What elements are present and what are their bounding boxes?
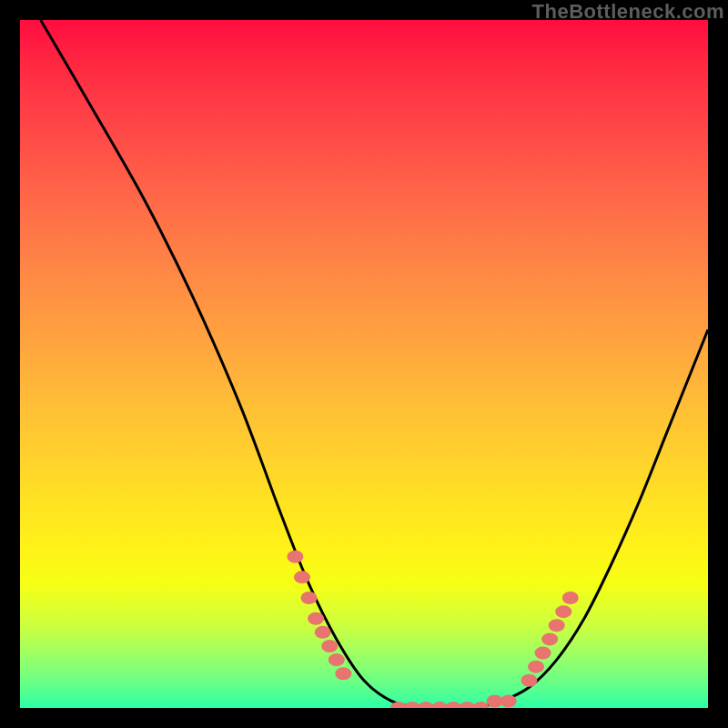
marker-dot [535,647,551,660]
plot-area [20,20,708,708]
chart-container: TheBottleneck.com [0,0,728,728]
marker-dot [294,571,310,583]
marker-dot [541,632,558,645]
watermark-text: TheBottleneck.com [532,0,724,24]
marker-dot [473,702,490,708]
marker-dot [301,592,318,604]
marker-dot [335,667,351,680]
bottleneck-curve [41,20,708,708]
marker-dot [549,619,565,632]
marker-dot [308,612,324,625]
marker-dot [555,605,571,618]
marker-dot [329,653,345,666]
marker-dot [500,694,517,707]
marker-dot [562,592,579,604]
marker-dot [321,640,338,652]
marker-dot [287,551,303,563]
curve-svg [20,20,708,708]
marker-dot [521,674,537,687]
marker-dot [315,626,331,639]
marker-dot [528,661,544,673]
